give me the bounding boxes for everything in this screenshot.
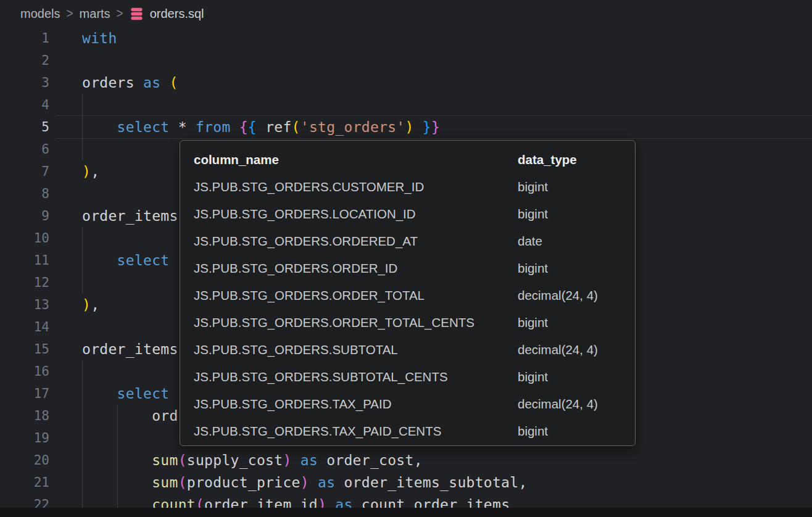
data-type-cell: bigint [518, 180, 635, 194]
token-pl [82, 119, 117, 135]
token-pl [82, 252, 117, 268]
indent-guide [117, 405, 118, 427]
token-kw: with [82, 30, 117, 46]
line-number[interactable]: 2 [0, 49, 49, 72]
breadcrumb-separator: > [66, 6, 73, 21]
line-number[interactable]: 8 [0, 183, 49, 205]
indent-guide [117, 427, 118, 449]
line-number[interactable]: 14 [0, 316, 49, 338]
token-st: 'stg_orders' [300, 119, 405, 135]
token-pl: ord [82, 408, 178, 424]
code-line-20[interactable]: 20 sum(supply_cost) as order_cost, [0, 449, 812, 471]
breadcrumb-item-marts[interactable]: marts [80, 7, 110, 21]
line-number[interactable]: 11 [0, 249, 49, 271]
token-kw: select [117, 252, 170, 268]
column-name-cell: JS.PUB.STG_ORDERS.TAX_PAID_CENTS [194, 424, 518, 439]
token-pl [160, 75, 169, 91]
code-line-3[interactable]: 3orders as ( [0, 72, 812, 94]
indent-guide [117, 471, 118, 494]
code-line-5[interactable]: 5 select * from {{ ref('stg_orders') }} [0, 116, 812, 138]
line-number[interactable]: 4 [0, 94, 49, 116]
indent-guide [82, 227, 83, 249]
code-line-content [82, 94, 812, 116]
token-kw: select [117, 386, 170, 402]
token-pl: order_items [82, 341, 178, 357]
indent-guide [82, 116, 83, 138]
line-number[interactable]: 19 [0, 427, 49, 449]
token-fn: sum [152, 474, 178, 490]
code-line-2[interactable]: 2 [0, 49, 812, 72]
token-b1: ) [405, 119, 414, 135]
token-pl: orders [82, 75, 143, 91]
indent-guide [82, 427, 83, 449]
data-type-cell: bigint [518, 424, 635, 439]
line-number[interactable]: 17 [0, 383, 49, 405]
indent-guide [82, 471, 83, 494]
code-line-content [82, 49, 812, 72]
token-b2: } [431, 119, 440, 135]
line-number[interactable]: 20 [0, 449, 49, 471]
column-name-cell: JS.PUB.STG_ORDERS.ORDER_TOTAL_CENTS [194, 315, 518, 330]
token-b1: ) [82, 297, 91, 313]
column-row: JS.PUB.STG_ORDERS.LOCATION_IDbigint [194, 201, 635, 228]
column-row: JS.PUB.STG_ORDERS.SUBTOTAL_CENTSbigint [194, 363, 635, 391]
code-line-content: with [82, 27, 812, 49]
column-name-cell: JS.PUB.STG_ORDERS.LOCATION_ID [194, 207, 518, 221]
line-number[interactable]: 21 [0, 471, 49, 494]
token-pl: , [91, 297, 99, 313]
token-b2: { [239, 119, 248, 135]
line-number[interactable]: 1 [0, 27, 49, 49]
column-name-cell: JS.PUB.STG_ORDERS.TAX_PAID [194, 397, 518, 412]
token-b2: ( [178, 452, 187, 468]
token-kw: as [143, 75, 160, 91]
breadcrumb-item-models[interactable]: models [20, 7, 60, 21]
token-pl [292, 452, 300, 468]
token-pl [82, 386, 117, 402]
indent-guide [82, 383, 83, 405]
data-type-cell: bigint [518, 315, 635, 330]
column-name-cell: JS.PUB.STG_ORDERS.ORDERED_AT [194, 234, 518, 249]
indent-guide [82, 138, 83, 160]
line-number[interactable]: 7 [0, 160, 49, 183]
column-name-cell: JS.PUB.STG_ORDERS.CUSTOMER_ID [194, 180, 518, 194]
token-b2: ) [300, 474, 309, 490]
code-line-4[interactable]: 4 [0, 94, 812, 116]
column-row: JS.PUB.STG_ORDERS.ORDERED_ATdate [194, 228, 635, 255]
token-b3: } [423, 119, 431, 135]
indent-guide [82, 271, 83, 294]
column-row: JS.PUB.STG_ORDERS.TAX_PAIDdecimal(24, 4) [194, 391, 635, 418]
token-pl: order_items [82, 208, 178, 224]
token-b1: ) [82, 163, 91, 180]
popup-header-column-name: column_name [194, 152, 518, 167]
line-number[interactable]: 12 [0, 271, 49, 294]
token-kw: from [196, 119, 231, 135]
indent-guide [82, 449, 83, 471]
line-number[interactable]: 18 [0, 405, 49, 427]
line-number[interactable]: 9 [0, 205, 49, 227]
breadcrumb-separator: > [117, 6, 123, 21]
token-pl: supply_cost [187, 452, 283, 468]
breadcrumb-item-file[interactable]: orders.sql [150, 7, 204, 21]
token-pl: , [91, 163, 99, 180]
line-number[interactable]: 3 [0, 72, 49, 94]
code-line-1[interactable]: 1with [0, 27, 812, 49]
database-icon [129, 6, 144, 22]
column-name-cell: JS.PUB.STG_ORDERS.ORDER_ID [194, 261, 518, 276]
line-number[interactable]: 15 [0, 338, 49, 360]
token-pl: product_price [187, 474, 300, 490]
token-b2: ( [178, 474, 187, 490]
code-line-content: sum(supply_cost) as order_cost, [82, 449, 812, 471]
code-line-content: orders as ( [82, 72, 812, 94]
token-fn: sum [152, 452, 178, 468]
line-number[interactable]: 5 [0, 116, 49, 138]
line-number[interactable]: 13 [0, 294, 49, 316]
token-b3: { [248, 119, 257, 135]
code-line-content: select * from {{ ref('stg_orders') }} [82, 116, 812, 138]
column-row: JS.PUB.STG_ORDERS.TAX_PAID_CENTSbigint [194, 418, 635, 445]
code-line-21[interactable]: 21 sum(product_price) as order_items_sub… [0, 471, 812, 494]
code-line-content: sum(product_price) as order_items_subtot… [82, 471, 812, 494]
line-number[interactable]: 10 [0, 227, 49, 249]
line-number[interactable]: 16 [0, 360, 49, 383]
line-number[interactable]: 6 [0, 138, 49, 160]
token-kw: select [117, 119, 170, 135]
